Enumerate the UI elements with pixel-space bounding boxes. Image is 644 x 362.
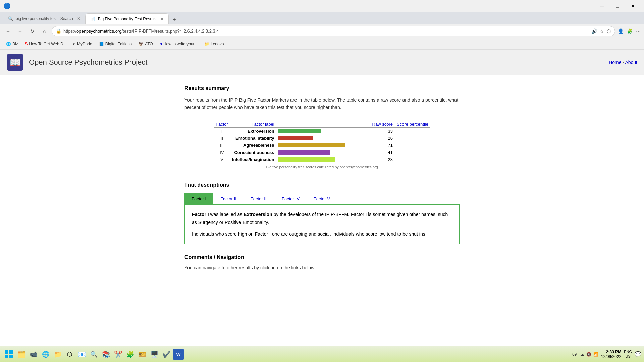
factor-num: II: [214, 135, 230, 142]
lock-icon: 🔒: [56, 28, 61, 34]
bookmark-web[interactable]: S How To Get Web D...: [22, 40, 69, 47]
nav-separator: ·: [623, 60, 624, 65]
url-text[interactable]: https://openpsychometrics.org/tests/IPIP…: [63, 28, 589, 34]
site-title: Open Source Psychometrics Project: [29, 58, 147, 67]
bar-cell: [276, 135, 370, 142]
url-path: /tests/IPIP-BFFM/results.php?r=2.6,2.4,4…: [121, 28, 219, 34]
tab-bar: 🔍 big five personality test - Search ✕ 📄…: [0, 12, 644, 24]
raw-score: 26: [370, 135, 395, 142]
maximize-button[interactable]: □: [610, 0, 625, 12]
raw-score: 33: [370, 127, 395, 135]
url-action-icons: 🔊 ☆ ⬡: [591, 28, 611, 34]
tab-factor-I[interactable]: Factor I: [184, 193, 213, 204]
bookmark-lenovo[interactable]: 📁 Lenovo: [202, 41, 226, 47]
close-button[interactable]: ✕: [625, 0, 641, 12]
bookmark-biz[interactable]: 🌐 Biz: [3, 41, 21, 47]
score-bar: [278, 157, 335, 162]
bar-cell: [276, 127, 370, 135]
results-table-border: Factor Factor label Raw score Score perc…: [208, 118, 436, 172]
factor-num: IV: [214, 149, 230, 156]
bookmark-ato[interactable]: 🦅 ATO: [136, 41, 156, 47]
refresh-button[interactable]: ↻: [28, 26, 37, 36]
table-row: I Extroversion 33: [214, 127, 430, 135]
tab-search-icon: 🔍: [8, 16, 13, 21]
col-factor-label: Factor label: [230, 121, 276, 128]
bookmark-mydodo[interactable]: d MyDodo: [71, 41, 95, 47]
table-caption: Big five personality trait scores calcul…: [214, 165, 430, 169]
read-aloud-icon[interactable]: 🔊: [591, 28, 597, 34]
profile-icon[interactable]: 👤: [618, 28, 624, 34]
bookmark-digital[interactable]: 📘 Digital Editions: [96, 41, 135, 47]
tab-factor-II[interactable]: Factor II: [213, 193, 244, 204]
tab-factor-IV[interactable]: Factor IV: [275, 193, 307, 204]
collections-icon[interactable]: ⬡: [607, 28, 611, 34]
results-heading: Results summary: [184, 85, 460, 92]
factor-label: Agreeableness: [230, 142, 276, 149]
table-row: V Intellect/Imagination 23: [214, 156, 430, 163]
factor-num: V: [214, 156, 230, 163]
bookmark-write-icon: b: [160, 42, 162, 46]
bookmark-digital-label: Digital Editions: [105, 42, 132, 46]
trait-label-bold: Extroversion: [244, 212, 272, 217]
factor-label: Intellect/Imagination: [230, 156, 276, 163]
score-bar: [278, 136, 313, 140]
trait-descriptions-section: Trait descriptions Factor I Factor II Fa…: [184, 182, 460, 244]
page-content: Results summary Your results from the IP…: [178, 75, 466, 281]
browser-chrome: 🔵 ─ □ ✕ 🔍 big five personality test - Se…: [0, 0, 644, 50]
col-raw: Raw score: [370, 121, 395, 128]
extensions-icon[interactable]: 🧩: [627, 28, 633, 34]
factor-label: Conscientiousness: [230, 149, 276, 156]
home-button[interactable]: ⌂: [40, 26, 49, 36]
bar-cell: [276, 156, 370, 163]
title-bar: 🔵 ─ □ ✕: [0, 0, 644, 12]
forward-button[interactable]: →: [15, 26, 25, 36]
favorites-icon[interactable]: ☆: [600, 28, 604, 34]
comments-section: Comments / Navigation You can navigate t…: [184, 254, 460, 270]
results-table-container: Factor Factor label Raw score Score perc…: [184, 118, 460, 172]
tab-factor-III[interactable]: Factor III: [244, 193, 275, 204]
back-button[interactable]: ←: [3, 26, 13, 36]
score-bar: [278, 129, 321, 133]
tab-results-title: Big Five Personality Test Results: [98, 17, 157, 21]
about-link[interactable]: About: [625, 60, 637, 65]
score-percentile: [395, 127, 430, 135]
score-percentile: [395, 156, 430, 163]
menu-icon[interactable]: ⋯: [636, 28, 641, 34]
bookmark-lenovo-icon: 📁: [204, 42, 209, 46]
tab-results-icon: 📄: [90, 17, 95, 21]
tab-results-close[interactable]: ✕: [160, 17, 164, 21]
raw-score: 23: [370, 156, 395, 163]
factor-num: I: [214, 127, 230, 135]
tab-search-close[interactable]: ✕: [77, 16, 80, 21]
tab-search[interactable]: 🔍 big five personality test - Search ✕: [3, 13, 85, 24]
bookmark-biz-icon: 🌐: [6, 42, 11, 46]
bookmark-mydodo-icon: d: [73, 42, 76, 46]
bookmark-lenovo-label: Lenovo: [211, 42, 224, 46]
browser-logo: 🔵: [3, 2, 11, 10]
tab-search-title: big five personality test - Search: [16, 16, 73, 21]
bookmark-web-label: How To Get Web D...: [29, 42, 66, 46]
traits-heading: Trait descriptions: [184, 182, 460, 188]
col-percentile: Score percentile: [395, 121, 430, 128]
factor-label: Extroversion: [230, 127, 276, 135]
new-tab-button[interactable]: +: [170, 15, 178, 24]
factor-num: III: [214, 142, 230, 149]
col-factor: Factor: [214, 121, 230, 128]
home-link[interactable]: Home: [609, 60, 621, 65]
trait-factor-bold: Factor I: [192, 212, 209, 217]
bookmark-write[interactable]: b How to write your...: [157, 41, 200, 47]
svg-text:📖: 📖: [9, 57, 21, 68]
url-domain: openpsychometrics.org: [76, 28, 121, 34]
bookmark-mydodo-label: MyDodo: [77, 42, 92, 46]
trait-content-box: Factor I was labelled as Extroversion by…: [184, 204, 460, 244]
window-controls[interactable]: ─ □ ✕: [594, 0, 641, 12]
browser-toolbar-icons: 👤 🧩 ⋯: [618, 28, 641, 34]
tab-factor-V[interactable]: Factor V: [307, 193, 337, 204]
minimize-button[interactable]: ─: [594, 0, 610, 12]
url-bar[interactable]: 🔒 https://openpsychometrics.org/tests/IP…: [52, 26, 615, 36]
bar-cell: [276, 142, 370, 149]
table-row: II Emotional stability 26: [214, 135, 430, 142]
tab-results[interactable]: 📄 Big Five Personality Test Results ✕: [85, 13, 169, 24]
bookmark-write-label: How to write your...: [163, 42, 198, 46]
table-row: III Agreeableness 71: [214, 142, 430, 149]
